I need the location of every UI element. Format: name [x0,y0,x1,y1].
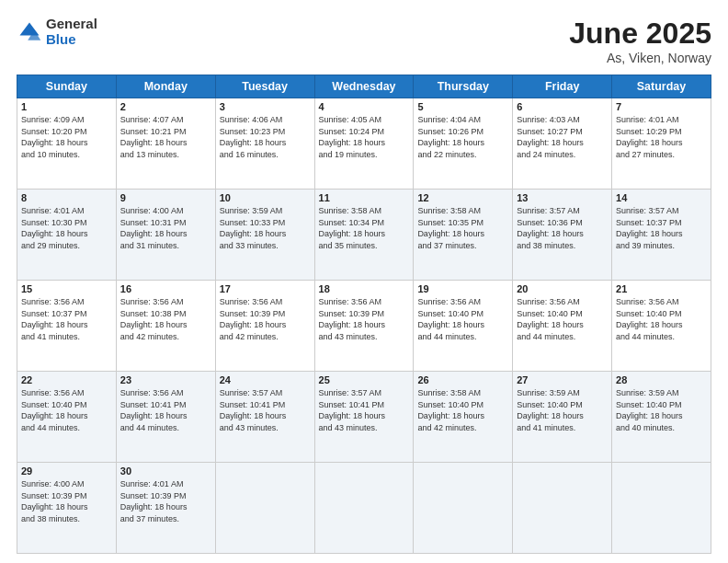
logo-general: General [46,17,97,32]
calendar-title: June 2025 [569,17,711,51]
calendar-cell: 24 Sunrise: 3:57 AMSunset: 10:41 PMDayli… [215,372,314,463]
day-info: Sunrise: 3:59 AMSunset: 10:33 PMDaylight… [220,206,287,250]
calendar-subtitle: As, Viken, Norway [569,51,711,65]
calendar-cell: 17 Sunrise: 3:56 AMSunset: 10:39 PMDayli… [215,281,314,372]
day-number: 2 [120,101,211,112]
day-info: Sunrise: 3:56 AMSunset: 10:38 PMDaylight… [120,297,188,341]
day-number: 23 [120,374,211,385]
column-header-saturday: Saturday [612,75,711,98]
day-info: Sunrise: 3:57 AMSunset: 10:36 PMDaylight… [517,206,584,250]
day-number: 25 [319,374,410,385]
calendar-cell: 16 Sunrise: 3:56 AMSunset: 10:38 PMDayli… [116,281,215,372]
calendar-cell: 3 Sunrise: 4:06 AMSunset: 10:23 PMDaylig… [215,98,314,190]
column-header-thursday: Thursday [414,75,513,98]
day-info: Sunrise: 4:09 AMSunset: 10:20 PMDaylight… [21,115,88,159]
day-number: 3 [220,101,311,112]
column-header-friday: Friday [513,75,612,98]
day-info: Sunrise: 3:57 AMSunset: 10:41 PMDaylight… [319,388,386,432]
day-number: 11 [319,192,410,203]
calendar-cell: 12 Sunrise: 3:58 AMSunset: 10:35 PMDayli… [414,190,513,281]
calendar-week-row: 29 Sunrise: 4:00 AMSunset: 10:39 PMDayli… [17,463,711,554]
day-number: 28 [616,374,707,385]
day-info: Sunrise: 3:56 AMSunset: 10:39 PMDaylight… [220,297,287,341]
day-info: Sunrise: 3:57 AMSunset: 10:37 PMDaylight… [616,206,683,250]
day-number: 5 [417,101,508,112]
day-number: 4 [319,101,410,112]
day-number: 9 [120,192,211,203]
day-number: 27 [517,374,608,385]
calendar-cell: 6 Sunrise: 4:03 AMSunset: 10:27 PMDaylig… [513,98,612,190]
column-header-monday: Monday [116,75,215,98]
calendar-cell: 8 Sunrise: 4:01 AMSunset: 10:30 PMDaylig… [17,190,117,281]
day-number: 13 [517,192,608,203]
day-info: Sunrise: 4:01 AMSunset: 10:39 PMDaylight… [120,479,188,523]
calendar-cell: 29 Sunrise: 4:00 AMSunset: 10:39 PMDayli… [17,463,117,554]
day-info: Sunrise: 4:05 AMSunset: 10:24 PMDaylight… [319,115,386,159]
calendar-week-row: 8 Sunrise: 4:01 AMSunset: 10:30 PMDaylig… [17,190,711,281]
day-info: Sunrise: 3:58 AMSunset: 10:35 PMDaylight… [417,206,484,250]
calendar-cell: 1 Sunrise: 4:09 AMSunset: 10:20 PMDaylig… [17,98,117,190]
day-info: Sunrise: 4:04 AMSunset: 10:26 PMDaylight… [417,115,484,159]
calendar-cell: 21 Sunrise: 3:56 AMSunset: 10:40 PMDayli… [612,281,711,372]
calendar-week-row: 22 Sunrise: 3:56 AMSunset: 10:40 PMDayli… [17,372,711,463]
calendar-cell: 22 Sunrise: 3:56 AMSunset: 10:40 PMDayli… [17,372,117,463]
day-number: 26 [417,374,508,385]
day-number: 29 [21,465,112,477]
calendar-header-row: SundayMondayTuesdayWednesdayThursdayFrid… [17,75,711,98]
calendar-cell: 26 Sunrise: 3:58 AMSunset: 10:40 PMDayli… [414,372,513,463]
day-info: Sunrise: 3:56 AMSunset: 10:41 PMDaylight… [120,388,188,432]
day-info: Sunrise: 4:07 AMSunset: 10:21 PMDaylight… [120,115,188,159]
title-block: June 2025 As, Viken, Norway [569,17,711,65]
calendar-cell [513,463,612,554]
calendar-cell: 13 Sunrise: 3:57 AMSunset: 10:36 PMDayli… [513,190,612,281]
page: General Blue June 2025 As, Viken, Norway… [0,0,728,563]
calendar-cell: 28 Sunrise: 3:59 AMSunset: 10:40 PMDayli… [612,372,711,463]
header: General Blue June 2025 As, Viken, Norway [17,17,711,65]
calendar-cell: 19 Sunrise: 3:56 AMSunset: 10:40 PMDayli… [414,281,513,372]
day-info: Sunrise: 4:03 AMSunset: 10:27 PMDaylight… [517,115,584,159]
calendar-table: SundayMondayTuesdayWednesdayThursdayFrid… [17,75,711,554]
day-number: 24 [220,374,311,385]
day-info: Sunrise: 3:56 AMSunset: 10:40 PMDaylight… [21,388,88,432]
day-number: 1 [21,101,112,112]
day-info: Sunrise: 3:56 AMSunset: 10:37 PMDaylight… [21,297,88,341]
day-number: 12 [417,192,508,203]
logo-blue: Blue [46,32,97,48]
day-number: 22 [21,374,112,385]
day-number: 19 [417,283,508,294]
column-header-wednesday: Wednesday [314,75,414,98]
calendar-cell: 9 Sunrise: 4:00 AMSunset: 10:31 PMDaylig… [116,190,215,281]
calendar-cell: 30 Sunrise: 4:01 AMSunset: 10:39 PMDayli… [116,463,215,554]
day-info: Sunrise: 3:59 AMSunset: 10:40 PMDaylight… [517,388,584,432]
calendar-cell: 27 Sunrise: 3:59 AMSunset: 10:40 PMDayli… [513,372,612,463]
day-info: Sunrise: 3:58 AMSunset: 10:40 PMDaylight… [417,388,484,432]
calendar-cell: 7 Sunrise: 4:01 AMSunset: 10:29 PMDaylig… [612,98,711,190]
calendar-week-row: 15 Sunrise: 3:56 AMSunset: 10:37 PMDayli… [17,281,711,372]
day-number: 30 [120,465,211,477]
day-info: Sunrise: 3:56 AMSunset: 10:40 PMDaylight… [417,297,484,341]
calendar-week-row: 1 Sunrise: 4:09 AMSunset: 10:20 PMDaylig… [17,98,711,190]
day-number: 8 [21,192,112,203]
day-info: Sunrise: 4:00 AMSunset: 10:31 PMDaylight… [120,206,188,250]
calendar-cell [414,463,513,554]
day-number: 7 [616,101,707,112]
logo-text: General Blue [46,17,97,47]
calendar-cell: 2 Sunrise: 4:07 AMSunset: 10:21 PMDaylig… [116,98,215,190]
day-info: Sunrise: 3:56 AMSunset: 10:39 PMDaylight… [319,297,386,341]
calendar-cell: 11 Sunrise: 3:58 AMSunset: 10:34 PMDayli… [314,190,414,281]
day-number: 10 [220,192,311,203]
calendar-cell: 4 Sunrise: 4:05 AMSunset: 10:24 PMDaylig… [314,98,414,190]
day-number: 18 [319,283,410,294]
day-info: Sunrise: 3:56 AMSunset: 10:40 PMDaylight… [616,297,683,341]
day-number: 15 [21,283,112,294]
day-info: Sunrise: 4:00 AMSunset: 10:39 PMDaylight… [21,479,88,523]
day-number: 6 [517,101,608,112]
calendar-cell: 10 Sunrise: 3:59 AMSunset: 10:33 PMDayli… [215,190,314,281]
day-number: 21 [616,283,707,294]
calendar-cell: 18 Sunrise: 3:56 AMSunset: 10:39 PMDayli… [314,281,414,372]
day-info: Sunrise: 3:57 AMSunset: 10:41 PMDaylight… [220,388,287,432]
day-number: 16 [120,283,211,294]
calendar-cell: 14 Sunrise: 3:57 AMSunset: 10:37 PMDayli… [612,190,711,281]
day-info: Sunrise: 3:59 AMSunset: 10:40 PMDaylight… [616,388,683,432]
calendar-cell: 5 Sunrise: 4:04 AMSunset: 10:26 PMDaylig… [414,98,513,190]
